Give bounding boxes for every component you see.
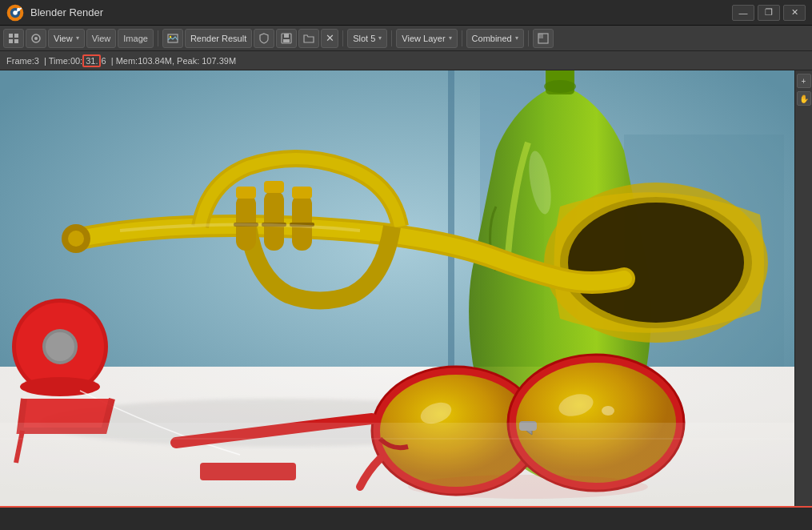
minimize-button[interactable]: — xyxy=(732,5,754,21)
svg-point-41 xyxy=(68,231,84,247)
image-icon-btn[interactable] xyxy=(162,29,183,48)
separator-2 xyxy=(342,30,343,46)
svg-point-26 xyxy=(544,80,576,93)
render-image xyxy=(0,70,794,506)
svg-point-54 xyxy=(602,406,614,416)
save-icon-btn[interactable] xyxy=(276,29,297,48)
svg-rect-19 xyxy=(448,70,454,375)
svg-rect-7 xyxy=(9,39,13,43)
svg-rect-57 xyxy=(0,423,794,506)
hand-tool-btn[interactable]: ✋ xyxy=(797,91,811,106)
time-highlight: 31. xyxy=(82,54,101,67)
separator-4 xyxy=(462,30,462,46)
svg-rect-17 xyxy=(538,34,543,38)
view-dropdown-1-arrow: ▾ xyxy=(76,34,79,42)
view-btn-2[interactable]: View xyxy=(86,29,117,48)
view-dropdown-1[interactable]: View ▾ xyxy=(48,29,85,48)
separator-3 xyxy=(391,30,392,46)
restore-button[interactable]: ❐ xyxy=(758,5,780,21)
svg-rect-15 xyxy=(283,39,290,42)
image-btn[interactable]: Image xyxy=(118,29,154,48)
view-layer-dropdown[interactable]: View Layer ▾ xyxy=(396,29,457,48)
window-controls: — ❐ ✕ xyxy=(732,5,806,21)
svg-point-45 xyxy=(46,332,74,361)
slot-dropdown[interactable]: Slot 5 ▾ xyxy=(347,29,387,48)
right-toolbar: + ✋ xyxy=(794,70,812,506)
svg-rect-5 xyxy=(9,34,13,38)
combined-dropdown[interactable]: Combined ▾ xyxy=(466,29,524,48)
view-icon-btn[interactable] xyxy=(26,29,46,48)
render-viewport[interactable] xyxy=(0,70,794,506)
svg-rect-6 xyxy=(14,34,18,38)
render-result-dropdown[interactable]: Render Result xyxy=(185,29,252,48)
svg-point-12 xyxy=(170,35,171,37)
display-mode-btn[interactable] xyxy=(533,29,554,48)
svg-rect-8 xyxy=(14,39,18,43)
status-bar: Frame:3 | Time:00:31.6 | Mem:103.84M, Pe… xyxy=(0,51,812,70)
bottom-bar xyxy=(0,506,812,530)
svg-point-10 xyxy=(34,37,38,40)
main-toolbar: View ▾ View Image Render Result xyxy=(0,26,812,51)
title-bar: Blender Render — ❐ ✕ xyxy=(0,0,812,26)
separator-5 xyxy=(528,30,529,46)
zoom-in-btn[interactable]: + xyxy=(797,74,811,88)
render-scene-svg xyxy=(0,70,794,506)
svg-rect-36 xyxy=(292,187,312,199)
slot-dropdown-arrow: ▾ xyxy=(378,34,382,42)
header-icon-btn[interactable] xyxy=(3,29,24,48)
frame-info: Frame:3 | Time:00:31.6 | Mem:103.84M, Pe… xyxy=(6,54,236,67)
shield-icon-btn[interactable] xyxy=(254,29,274,48)
separator-1 xyxy=(158,30,158,46)
svg-rect-14 xyxy=(284,34,289,38)
svg-rect-32 xyxy=(264,191,284,251)
svg-rect-34 xyxy=(236,187,256,199)
close-button[interactable]: ✕ xyxy=(783,5,806,21)
main-content: + ✋ xyxy=(0,70,812,506)
svg-rect-35 xyxy=(264,181,284,193)
folder-icon-btn[interactable] xyxy=(298,29,319,48)
close-render-btn[interactable]: ✕ xyxy=(321,29,338,48)
view-layer-arrow: ▾ xyxy=(449,34,452,42)
svg-point-30 xyxy=(568,203,744,323)
combined-arrow: ▾ xyxy=(515,34,518,42)
blender-logo xyxy=(6,4,24,22)
app-title: Blender Render xyxy=(30,6,732,18)
svg-point-46 xyxy=(20,377,100,396)
